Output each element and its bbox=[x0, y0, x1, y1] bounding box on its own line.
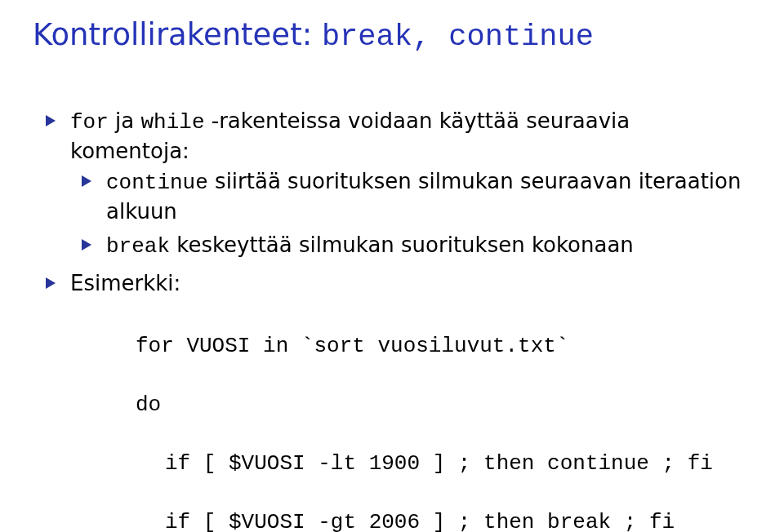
sub-item-break: break keskeyttää silmukan suorituksen ko… bbox=[106, 231, 751, 261]
text: keskeyttää silmukan suorituksen kokonaan bbox=[170, 233, 634, 257]
code-line: if [ $VUOSI -lt 1900 ] ; then continue ;… bbox=[165, 450, 751, 479]
title-code: break, continue bbox=[322, 20, 594, 54]
code-word-for: for bbox=[70, 110, 109, 135]
bullet-icon bbox=[46, 115, 56, 126]
sub-list: continue siirtää suorituksen silmukan se… bbox=[70, 167, 751, 261]
bullet-list: for ja while -rakenteissa voidaan käyttä… bbox=[33, 107, 751, 532]
code-line: if [ $VUOSI -gt 2006 ] ; then break ; fi bbox=[165, 508, 751, 532]
bullet-item-1: for ja while -rakenteissa voidaan käyttä… bbox=[70, 107, 751, 261]
bullet-icon bbox=[46, 277, 56, 289]
example-label: Esimerkki: bbox=[70, 271, 180, 295]
code-line: do bbox=[136, 391, 751, 420]
bullet-icon bbox=[82, 175, 91, 187]
code-word-break: break bbox=[106, 234, 170, 259]
sub-item-continue: continue siirtää suorituksen silmukan se… bbox=[106, 167, 751, 226]
text: ja bbox=[109, 109, 141, 133]
code-word-continue: continue bbox=[106, 171, 208, 195]
slide-title: Kontrollirakenteet: break, continue bbox=[33, 15, 751, 58]
slide: Kontrollirakenteet: break, continue for … bbox=[0, 0, 784, 532]
code-block: for VUOSI in `sort vuosiluvut.txt` do if… bbox=[136, 304, 751, 533]
bullet-item-2: Esimerkki: for VUOSI in `sort vuosiluvut… bbox=[70, 269, 751, 532]
title-text: Kontrollirakenteet: bbox=[33, 17, 322, 52]
bullet-icon bbox=[82, 239, 91, 250]
code-word-while: while bbox=[141, 110, 205, 135]
code-line: for VUOSI in `sort vuosiluvut.txt` bbox=[136, 332, 751, 361]
